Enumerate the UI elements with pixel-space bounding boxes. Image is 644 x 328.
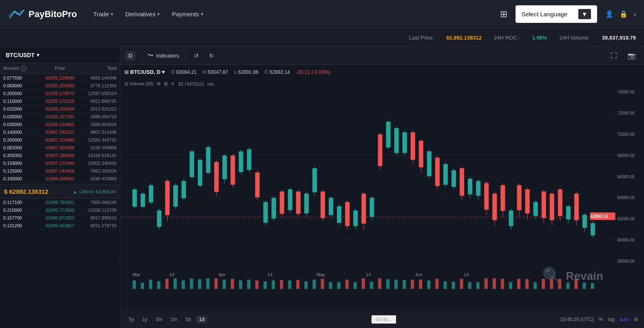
- vol-close-icon[interactable]: ✕: [171, 81, 175, 86]
- timeframe-day-button[interactable]: D: [125, 51, 135, 60]
- svg-rect-167: [403, 280, 406, 289]
- table-row[interactable]: 0.060000 62935.205900 3776.112354: [0, 82, 120, 90]
- nav-trade[interactable]: Trade ▾: [93, 11, 113, 18]
- watermark-icon: 🔍: [542, 266, 562, 286]
- profile-icon[interactable]: 👤: [605, 10, 613, 18]
- fullscreen-button[interactable]: ⛶: [607, 50, 620, 61]
- more-icon[interactable]: ›: [634, 11, 636, 18]
- vol-add-icon[interactable]: ⊞: [164, 81, 168, 86]
- language-selector[interactable]: Select Language ▼: [516, 5, 597, 23]
- screenshot-button[interactable]: 📷: [624, 50, 639, 61]
- table-row[interactable]: 0.100000 62904.208692 6290.420869: [0, 175, 120, 183]
- timeframe-1m[interactable]: 1m: [168, 315, 180, 324]
- svg-rect-158: [288, 280, 291, 289]
- ob-total-cell: 6922.868725: [79, 99, 117, 104]
- chart-pair-dropdown-icon[interactable]: ▾: [162, 69, 165, 75]
- log-button[interactable]: log: [608, 317, 615, 322]
- svg-rect-107: [452, 171, 456, 186]
- pair-selector[interactable]: BTC/USDT ▾: [6, 52, 39, 58]
- goto-button[interactable]: Go to...: [371, 315, 396, 324]
- svg-rect-59: [231, 156, 235, 184]
- nav-derivatives[interactable]: Derivatives ▾: [125, 11, 159, 18]
- svg-rect-193: [493, 278, 496, 289]
- table-row[interactable]: 0.030000 62935.134452 1888.054034: [0, 121, 120, 129]
- svg-rect-164: [370, 282, 373, 289]
- table-row[interactable]: 0.131200 62890.843867 8251.278715: [0, 222, 120, 230]
- ob-price-cell: 62935.228090: [41, 75, 79, 80]
- ob-total-header: Total: [79, 66, 117, 71]
- svg-rect-145: [141, 283, 144, 289]
- 24h-high: ▲ ↑24H H: 63,858.84: [73, 189, 116, 194]
- svg-rect-192: [485, 278, 488, 289]
- table-row[interactable]: 0.117100 62895.784361 7365.096249: [0, 199, 120, 206]
- svg-rect-188: [411, 279, 414, 289]
- svg-rect-168: [427, 280, 430, 289]
- indicators-button[interactable]: 〜 Indicators: [147, 51, 179, 60]
- ob-price-cell: 62904.208692: [41, 176, 79, 181]
- table-row[interactable]: 0.210000 62895.772660 13208.112239: [0, 206, 120, 214]
- timeframe-5d[interactable]: 5d: [183, 315, 194, 324]
- svg-text:62000.00: 62000.00: [617, 217, 635, 221]
- svg-rect-162: [337, 282, 341, 289]
- table-row[interactable]: 0.159000 62907.172490 10002.240426: [0, 160, 120, 167]
- svg-rect-151: [198, 279, 201, 289]
- timeframe-1d[interactable]: 1d: [196, 315, 207, 324]
- ob-price-cell: 62935.205900: [41, 83, 79, 88]
- percent-button[interactable]: %: [599, 317, 603, 322]
- nav-payments[interactable]: Payments ▾: [172, 11, 203, 18]
- table-row[interactable]: 0.200000 62935.176570 12587.035314: [0, 90, 120, 98]
- svg-rect-194: [501, 279, 504, 289]
- ob-total-cell: 12587.035314: [79, 91, 117, 96]
- timeframe-5y[interactable]: 5y: [126, 315, 137, 324]
- undo-button[interactable]: ↺: [191, 51, 202, 60]
- svg-text:60000.00: 60000.00: [617, 238, 635, 242]
- toolbar-separator-2: [185, 52, 185, 60]
- table-row[interactable]: 0.125000 62907.143408 7863.392926: [0, 167, 120, 175]
- chart-bottom-controls: 5y 1y 3m 1m 5d 1d Go to... 10:46:26 (UTC…: [120, 310, 644, 328]
- logo: PayBitoPro: [8, 8, 77, 20]
- chart-canvas: ⊟ BTC/USD, D ▾ O 63004.21 H 63047.87 L 6…: [120, 65, 644, 310]
- svg-rect-148: [173, 278, 177, 289]
- ob-amount-cell: 0.200000: [3, 91, 41, 96]
- svg-rect-61: [255, 173, 259, 197]
- grid-icon[interactable]: ⊞: [500, 9, 507, 20]
- timeframe-controls: 5y 1y 3m 1m 5d 1d: [126, 315, 207, 324]
- svg-text:14: 14: [464, 272, 469, 277]
- timeframe-3m[interactable]: 3m: [153, 315, 165, 324]
- ob-total-cell: 2013.925312: [79, 106, 117, 111]
- volume-label: 24H Volume:: [559, 35, 589, 41]
- chart-right-controls: 10:46:26 (UTC) % log auto ⚙: [560, 317, 638, 322]
- table-row[interactable]: 0.032000 62935.166004 2013.925312: [0, 105, 120, 113]
- ob-price-cell: 62895.784361: [41, 200, 79, 205]
- lock-icon[interactable]: 🔒: [620, 10, 628, 18]
- ob-amount-cell: 0.159000: [3, 161, 41, 166]
- ticker-bar: Last Price: 62,892.138312 24H ROC : 1.98…: [0, 29, 644, 47]
- ob-amount-header: Amount i: [3, 66, 41, 71]
- table-row[interactable]: 0.077590 62935.228090 4883.144348: [0, 74, 120, 82]
- volume-bar: ⊟ Volume (20) ⚙ ⊞ ✕ 33.74375221 n/a: [124, 81, 214, 86]
- last-price-label: Last Price:: [409, 35, 434, 41]
- vol-settings-icon[interactable]: ⚙: [157, 81, 161, 86]
- table-row[interactable]: 0.209350 62907.180038 13169.618141: [0, 152, 120, 160]
- svg-rect-153: [223, 279, 226, 289]
- svg-rect-186: [362, 278, 365, 289]
- chart-time: 10:46:26 (UTC): [560, 317, 594, 322]
- svg-rect-71: [280, 192, 284, 214]
- table-row[interactable]: 0.140000 62907.245327 8807.014346: [0, 129, 120, 136]
- table-row[interactable]: 0.200000 62907.218960 12581.443792: [0, 136, 120, 144]
- ob-price-cell: 62907.205588: [41, 145, 79, 150]
- svg-rect-45: [190, 151, 194, 177]
- svg-rect-154: [239, 280, 242, 289]
- svg-rect-147: [157, 281, 160, 289]
- svg-text:58000.00: 58000.00: [617, 259, 635, 264]
- table-row[interactable]: 0.082000 62907.205588 5158.390858: [0, 144, 120, 152]
- svg-rect-143: [574, 194, 578, 220]
- table-row[interactable]: 0.110000 62935.170229 6922.868725: [0, 98, 120, 105]
- table-row[interactable]: 0.157700 62890.872003 9917.890515: [0, 214, 120, 222]
- auto-button[interactable]: auto: [620, 317, 629, 322]
- ob-total-cell: 10002.240426: [79, 161, 117, 166]
- settings-gear-icon[interactable]: ⚙: [634, 317, 638, 322]
- redo-button[interactable]: ↻: [206, 51, 217, 60]
- timeframe-1y[interactable]: 1y: [139, 315, 150, 324]
- table-row[interactable]: 0.030000 62935.157293 1888.054719: [0, 113, 120, 121]
